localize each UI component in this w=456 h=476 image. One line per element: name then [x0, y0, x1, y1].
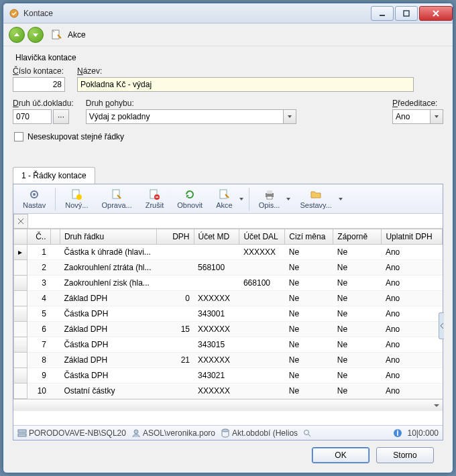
side-panel-handle[interactable] [439, 312, 444, 339]
neseskupovat-checkbox[interactable] [14, 132, 23, 141]
svg-point-7 [33, 193, 36, 196]
table-row[interactable]: 9Částka DPH343021NeNeAno [14, 368, 443, 383]
cell-md: 343021 [194, 368, 239, 383]
cell-cizi: Ne [285, 276, 333, 291]
row-indicator [14, 322, 27, 337]
druh-pohybu-select[interactable] [86, 109, 283, 124]
svg-point-21 [134, 430, 138, 434]
filter-input-area[interactable] [28, 214, 443, 228]
nav-down-button[interactable] [27, 27, 44, 43]
tab-radky-kontace[interactable]: 1 - Řádky kontace [13, 167, 95, 184]
storno-button[interactable]: Storno [376, 447, 434, 463]
table-row[interactable]: 10Ostatní částkyXXXXXXNeNeAno [14, 383, 443, 399]
akce-menu[interactable]: Akce [68, 30, 86, 40]
nastav-button[interactable]: Nastav [17, 186, 51, 213]
titlebar[interactable]: Kontace [3, 3, 453, 23]
nazev-label: Název: [77, 66, 414, 76]
row-indicator-header [14, 229, 27, 245]
cell-cizi: Ne [285, 368, 333, 383]
nazev-input[interactable] [77, 77, 414, 92]
printer-icon [264, 188, 276, 200]
druh-pohybu-dropdown-button[interactable] [283, 109, 296, 124]
table-row[interactable]: 8Základ DPH21XXXXXXNeNeAno [14, 353, 443, 368]
cell-druh: Základ DPH [60, 291, 156, 306]
chevron-down-icon [433, 402, 440, 409]
col-druh[interactable]: Druh řádku [60, 229, 156, 245]
sestavy-button[interactable]: Sestavy... [294, 186, 337, 213]
kontace-window: Kontace Akce Hlavička kontace Číslo kont… [3, 3, 453, 473]
window-title: Kontace [23, 9, 369, 18]
status-bar: PORODOVAVE-NB\SQL20 ASOL\veronika.poro A… [13, 425, 443, 440]
prededitace-dropdown-button[interactable] [430, 109, 443, 124]
oprava-button[interactable]: Oprava... [96, 186, 137, 213]
delete-doc-icon [148, 188, 160, 200]
table-row[interactable]: 5Částka DPH343001NeNeAno [14, 306, 443, 322]
cell-druh: Částka k úhradě (hlavi... [60, 245, 156, 260]
druh-dokladu-input[interactable] [13, 109, 52, 124]
akce-button[interactable]: Akce [211, 186, 237, 213]
minimize-button[interactable] [371, 6, 394, 21]
table-row[interactable]: 2Zaokrouhlení ztráta (hl...568100NeNeAno [14, 260, 443, 276]
svg-rect-10 [113, 190, 119, 198]
sestavy-dropdown[interactable] [337, 186, 344, 213]
close-button[interactable] [419, 6, 453, 21]
app-icon [9, 8, 19, 19]
cell-zaporne: Ne [333, 337, 382, 353]
col-ucet-dal[interactable]: Účet DAL [239, 229, 285, 245]
akce-dropdown[interactable] [238, 186, 245, 213]
table-row[interactable]: 4Základ DPH0XXXXXXNeNeAno [14, 291, 443, 306]
opis-button[interactable]: Opis... [253, 186, 286, 213]
row-indicator [14, 291, 27, 306]
cell-dph [156, 245, 194, 260]
cell-dal [239, 353, 285, 368]
grid-toolbar: Nastav Nový... Oprava... Zrušit Obn [13, 184, 443, 214]
cell-zaporne: Ne [333, 353, 382, 368]
cell-druh: Zaokrouhlení zisk (hla... [60, 276, 156, 291]
cell-dph [156, 368, 194, 383]
prededitace-select[interactable] [392, 109, 430, 124]
table-row[interactable]: 7Částka DPH343015NeNeAno [14, 337, 443, 353]
novy-button[interactable]: Nový... [60, 186, 93, 213]
table-row[interactable]: 6Základ DPH15XXXXXXNeNeAno [14, 322, 443, 337]
cell-uplatnit: Ano [382, 245, 443, 260]
clear-filter-button[interactable] [13, 214, 28, 229]
ok-button[interactable]: OK [312, 447, 369, 463]
data-grid[interactable]: Č.. Druh řádku DPH Účet MD Účet DAL Cizí… [13, 229, 443, 399]
cell-zaporne: Ne [333, 245, 382, 260]
table-row[interactable]: ▸1Částka k úhradě (hlavi...XXXXXXNeNeAno [14, 245, 443, 260]
col-uplatnit-dph[interactable]: Uplatnit DPH [382, 229, 443, 245]
cell-cizi: Ne [285, 245, 333, 260]
cell-druh: Zaokrouhlení ztráta (hl... [60, 260, 156, 276]
cell-cizi: Ne [285, 383, 333, 399]
druh-dokladu-lookup-button[interactable]: ··· [53, 109, 69, 124]
cell-zaporne: Ne [333, 260, 382, 276]
cell-zaporne: Ne [333, 291, 382, 306]
svg-text:i: i [396, 428, 398, 438]
cislo-kontace-input[interactable] [13, 77, 65, 92]
col-dph[interactable]: DPH [156, 229, 194, 245]
col-zaporne[interactable]: Záporně [333, 229, 382, 245]
col-cislo[interactable]: Č.. [27, 229, 50, 245]
cell-dph: 21 [156, 353, 194, 368]
cell-zaporne: Ne [333, 322, 382, 337]
maximize-button[interactable] [395, 6, 418, 21]
col-ucet-md[interactable]: Účet MD [194, 229, 239, 245]
col-cizi-mena[interactable]: Cizí měna [285, 229, 333, 245]
cell-dph: 15 [156, 322, 194, 337]
cell-druh: Částka DPH [60, 368, 156, 383]
table-row[interactable]: 3Zaokrouhlení zisk (hla...668100NeNeAno [14, 276, 443, 291]
cell-md: XXXXXX [194, 291, 239, 306]
svg-rect-20 [18, 434, 26, 436]
opis-dropdown[interactable] [285, 186, 292, 213]
svg-rect-16 [267, 196, 272, 199]
cell-cizi: Ne [285, 306, 333, 322]
cell-zaporne: Ne [333, 368, 382, 383]
zrusit-button[interactable]: Zrušit [140, 186, 170, 213]
obnovit-button[interactable]: Obnovit [172, 186, 208, 213]
edit-doc-icon [111, 188, 123, 200]
druh-dokladu-label: Druh úč.dokladu: [13, 99, 74, 108]
row-indicator [14, 368, 27, 383]
nav-up-button[interactable] [9, 27, 25, 43]
scroll-down-area[interactable] [13, 399, 443, 411]
neseskupovat-label: Neseskupovat stejné řádky [27, 132, 124, 141]
